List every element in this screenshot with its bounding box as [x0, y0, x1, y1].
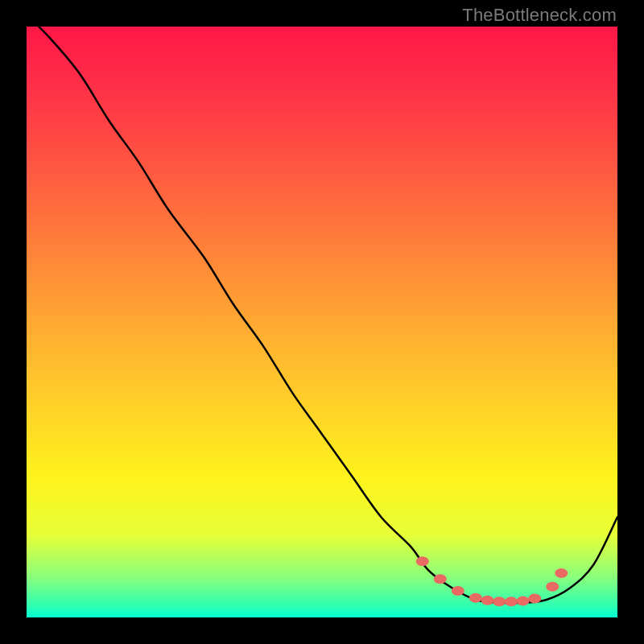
- marker-dot: [469, 593, 482, 603]
- marker-dot: [505, 597, 518, 606]
- curve-svg: [27, 27, 617, 617]
- marker-dot: [546, 582, 559, 592]
- marker-dot: [481, 596, 494, 605]
- marker-dot: [517, 596, 530, 605]
- marker-dot: [555, 568, 568, 578]
- chart-frame: TheBottleneck.com: [0, 0, 644, 644]
- watermark-text: TheBottleneck.com: [462, 5, 617, 26]
- highlight-dots: [416, 556, 568, 606]
- curve-group: [27, 27, 617, 606]
- marker-dot: [434, 574, 447, 584]
- marker-dot: [452, 586, 464, 596]
- marker-dot: [528, 594, 541, 604]
- marker-dot: [416, 556, 429, 566]
- bottleneck-curve: [27, 27, 617, 603]
- marker-dot: [493, 597, 506, 606]
- plot-area: [27, 27, 617, 617]
